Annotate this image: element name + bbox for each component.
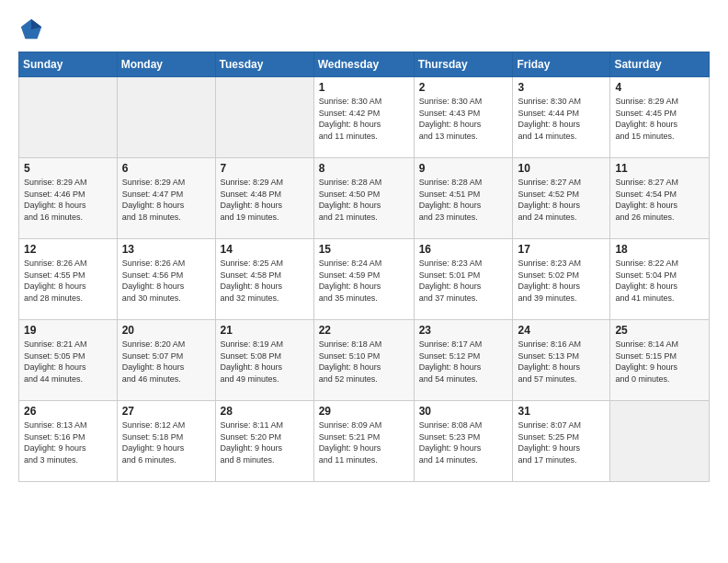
- calendar-week-row: 1Sunrise: 8:30 AM Sunset: 4:42 PM Daylig…: [19, 77, 710, 158]
- calendar-day-16: 16Sunrise: 8:23 AM Sunset: 5:01 PM Dayli…: [414, 239, 513, 320]
- calendar-empty-cell: [117, 77, 215, 158]
- weekday-header-thursday: Thursday: [414, 52, 513, 77]
- day-info: Sunrise: 8:12 AM Sunset: 5:18 PM Dayligh…: [122, 419, 210, 465]
- day-info: Sunrise: 8:08 AM Sunset: 5:23 PM Dayligh…: [419, 419, 508, 465]
- calendar-day-6: 6Sunrise: 8:29 AM Sunset: 4:47 PM Daylig…: [117, 158, 215, 239]
- day-info: Sunrise: 8:18 AM Sunset: 5:10 PM Dayligh…: [319, 339, 409, 385]
- calendar-day-24: 24Sunrise: 8:16 AM Sunset: 5:13 PM Dayli…: [513, 320, 610, 401]
- calendar-day-31: 31Sunrise: 8:07 AM Sunset: 5:25 PM Dayli…: [513, 401, 610, 482]
- calendar-day-11: 11Sunrise: 8:27 AM Sunset: 4:54 PM Dayli…: [610, 158, 710, 239]
- day-number: 6: [122, 162, 210, 175]
- calendar-day-23: 23Sunrise: 8:17 AM Sunset: 5:12 PM Dayli…: [414, 320, 513, 401]
- day-info: Sunrise: 8:27 AM Sunset: 4:54 PM Dayligh…: [615, 177, 704, 223]
- calendar-day-17: 17Sunrise: 8:23 AM Sunset: 5:02 PM Dayli…: [513, 239, 610, 320]
- day-info: Sunrise: 8:13 AM Sunset: 5:16 PM Dayligh…: [24, 419, 112, 465]
- logo-icon: [18, 17, 44, 42]
- logo: [18, 17, 46, 42]
- weekday-header-tuesday: Tuesday: [215, 52, 313, 77]
- calendar-day-19: 19Sunrise: 8:21 AM Sunset: 5:05 PM Dayli…: [19, 320, 118, 401]
- day-info: Sunrise: 8:23 AM Sunset: 5:02 PM Dayligh…: [518, 258, 605, 304]
- day-number: 3: [518, 81, 605, 94]
- day-info: Sunrise: 8:28 AM Sunset: 4:51 PM Dayligh…: [419, 177, 508, 223]
- day-number: 18: [615, 243, 704, 256]
- day-number: 11: [615, 162, 704, 175]
- day-info: Sunrise: 8:29 AM Sunset: 4:47 PM Dayligh…: [122, 177, 210, 223]
- day-info: Sunrise: 8:19 AM Sunset: 5:08 PM Dayligh…: [221, 339, 309, 385]
- calendar-table: SundayMondayTuesdayWednesdayThursdayFrid…: [18, 52, 710, 482]
- calendar-day-22: 22Sunrise: 8:18 AM Sunset: 5:10 PM Dayli…: [313, 320, 414, 401]
- day-number: 22: [319, 324, 409, 337]
- day-info: Sunrise: 8:30 AM Sunset: 4:42 PM Dayligh…: [319, 96, 409, 142]
- day-info: Sunrise: 8:27 AM Sunset: 4:52 PM Dayligh…: [518, 177, 605, 223]
- calendar-day-25: 25Sunrise: 8:14 AM Sunset: 5:15 PM Dayli…: [610, 320, 710, 401]
- day-number: 20: [122, 324, 210, 337]
- calendar-day-15: 15Sunrise: 8:24 AM Sunset: 4:59 PM Dayli…: [313, 239, 414, 320]
- calendar-day-13: 13Sunrise: 8:26 AM Sunset: 4:56 PM Dayli…: [117, 239, 215, 320]
- day-info: Sunrise: 8:24 AM Sunset: 4:59 PM Dayligh…: [319, 258, 409, 304]
- day-number: 15: [319, 243, 409, 256]
- calendar-day-9: 9Sunrise: 8:28 AM Sunset: 4:51 PM Daylig…: [414, 158, 513, 239]
- day-info: Sunrise: 8:25 AM Sunset: 4:58 PM Dayligh…: [221, 258, 309, 304]
- day-number: 7: [221, 162, 309, 175]
- day-info: Sunrise: 8:17 AM Sunset: 5:12 PM Dayligh…: [419, 339, 508, 385]
- day-number: 17: [518, 243, 605, 256]
- day-number: 8: [319, 162, 409, 175]
- calendar-day-28: 28Sunrise: 8:11 AM Sunset: 5:20 PM Dayli…: [215, 401, 313, 482]
- calendar-day-27: 27Sunrise: 8:12 AM Sunset: 5:18 PM Dayli…: [117, 401, 215, 482]
- day-number: 13: [122, 243, 210, 256]
- calendar-day-8: 8Sunrise: 8:28 AM Sunset: 4:50 PM Daylig…: [313, 158, 414, 239]
- day-info: Sunrise: 8:20 AM Sunset: 5:07 PM Dayligh…: [122, 339, 210, 385]
- calendar-day-3: 3Sunrise: 8:30 AM Sunset: 4:44 PM Daylig…: [513, 77, 610, 158]
- day-number: 10: [518, 162, 605, 175]
- day-info: Sunrise: 8:29 AM Sunset: 4:45 PM Dayligh…: [615, 96, 704, 142]
- calendar-day-20: 20Sunrise: 8:20 AM Sunset: 5:07 PM Dayli…: [117, 320, 215, 401]
- calendar-day-14: 14Sunrise: 8:25 AM Sunset: 4:58 PM Dayli…: [215, 239, 313, 320]
- day-info: Sunrise: 8:23 AM Sunset: 5:01 PM Dayligh…: [419, 258, 508, 304]
- day-number: 2: [419, 81, 508, 94]
- day-number: 19: [24, 324, 112, 337]
- calendar-day-12: 12Sunrise: 8:26 AM Sunset: 4:55 PM Dayli…: [19, 239, 118, 320]
- day-number: 23: [419, 324, 508, 337]
- day-info: Sunrise: 8:21 AM Sunset: 5:05 PM Dayligh…: [24, 339, 112, 385]
- day-number: 29: [319, 405, 409, 418]
- page: SundayMondayTuesdayWednesdayThursdayFrid…: [0, 0, 728, 491]
- day-number: 24: [518, 324, 605, 337]
- calendar-day-29: 29Sunrise: 8:09 AM Sunset: 5:21 PM Dayli…: [313, 401, 414, 482]
- calendar-day-21: 21Sunrise: 8:19 AM Sunset: 5:08 PM Dayli…: [215, 320, 313, 401]
- day-number: 30: [419, 405, 508, 418]
- day-info: Sunrise: 8:26 AM Sunset: 4:56 PM Dayligh…: [122, 258, 210, 304]
- calendar-day-2: 2Sunrise: 8:30 AM Sunset: 4:43 PM Daylig…: [414, 77, 513, 158]
- day-info: Sunrise: 8:30 AM Sunset: 4:44 PM Dayligh…: [518, 96, 605, 142]
- calendar-week-row: 12Sunrise: 8:26 AM Sunset: 4:55 PM Dayli…: [19, 239, 710, 320]
- weekday-header-monday: Monday: [117, 52, 215, 77]
- calendar-day-5: 5Sunrise: 8:29 AM Sunset: 4:46 PM Daylig…: [19, 158, 118, 239]
- day-info: Sunrise: 8:11 AM Sunset: 5:20 PM Dayligh…: [221, 419, 309, 465]
- day-info: Sunrise: 8:30 AM Sunset: 4:43 PM Dayligh…: [419, 96, 508, 142]
- day-number: 31: [518, 405, 605, 418]
- day-info: Sunrise: 8:26 AM Sunset: 4:55 PM Dayligh…: [24, 258, 112, 304]
- day-number: 28: [221, 405, 309, 418]
- day-number: 26: [24, 405, 112, 418]
- day-number: 27: [122, 405, 210, 418]
- day-info: Sunrise: 8:22 AM Sunset: 5:04 PM Dayligh…: [615, 258, 704, 304]
- calendar-empty-cell: [215, 77, 313, 158]
- day-info: Sunrise: 8:28 AM Sunset: 4:50 PM Dayligh…: [319, 177, 409, 223]
- calendar-day-30: 30Sunrise: 8:08 AM Sunset: 5:23 PM Dayli…: [414, 401, 513, 482]
- calendar-empty-cell: [610, 401, 710, 482]
- weekday-header-wednesday: Wednesday: [313, 52, 414, 77]
- day-info: Sunrise: 8:09 AM Sunset: 5:21 PM Dayligh…: [319, 419, 409, 465]
- calendar-day-10: 10Sunrise: 8:27 AM Sunset: 4:52 PM Dayli…: [513, 158, 610, 239]
- weekday-header-friday: Friday: [513, 52, 610, 77]
- day-number: 12: [24, 243, 112, 256]
- day-info: Sunrise: 8:29 AM Sunset: 4:46 PM Dayligh…: [24, 177, 112, 223]
- calendar-week-row: 5Sunrise: 8:29 AM Sunset: 4:46 PM Daylig…: [19, 158, 710, 239]
- day-number: 16: [419, 243, 508, 256]
- calendar-empty-cell: [19, 77, 118, 158]
- calendar-week-row: 26Sunrise: 8:13 AM Sunset: 5:16 PM Dayli…: [19, 401, 710, 482]
- weekday-header-row: SundayMondayTuesdayWednesdayThursdayFrid…: [19, 52, 710, 77]
- calendar-day-1: 1Sunrise: 8:30 AM Sunset: 4:42 PM Daylig…: [313, 77, 414, 158]
- day-info: Sunrise: 8:29 AM Sunset: 4:48 PM Dayligh…: [221, 177, 309, 223]
- day-number: 5: [24, 162, 112, 175]
- day-number: 21: [221, 324, 309, 337]
- day-number: 25: [615, 324, 704, 337]
